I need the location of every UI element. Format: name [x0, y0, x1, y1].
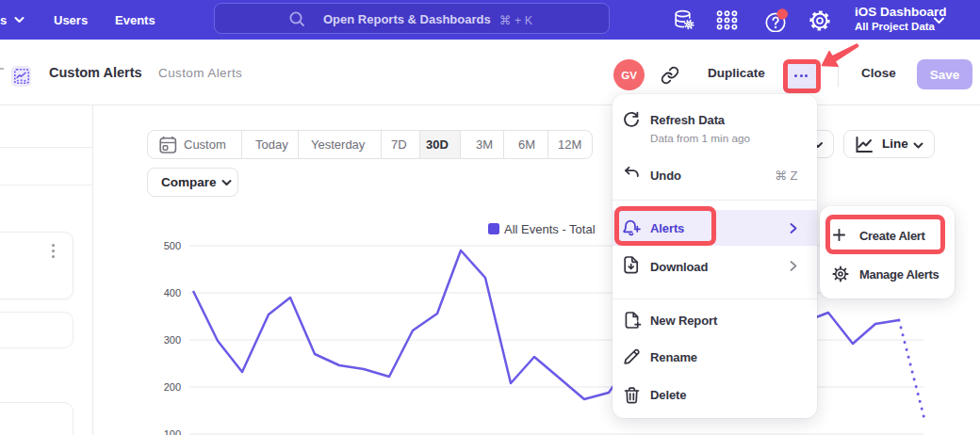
- svg-text:500: 500: [164, 240, 181, 251]
- svg-text:400: 400: [164, 287, 181, 298]
- svg-text:100: 100: [164, 428, 181, 435]
- svg-text:200: 200: [164, 381, 181, 393]
- svg-text:300: 300: [164, 334, 181, 346]
- svg-text:All Events - Total: All Events - Total: [504, 222, 596, 236]
